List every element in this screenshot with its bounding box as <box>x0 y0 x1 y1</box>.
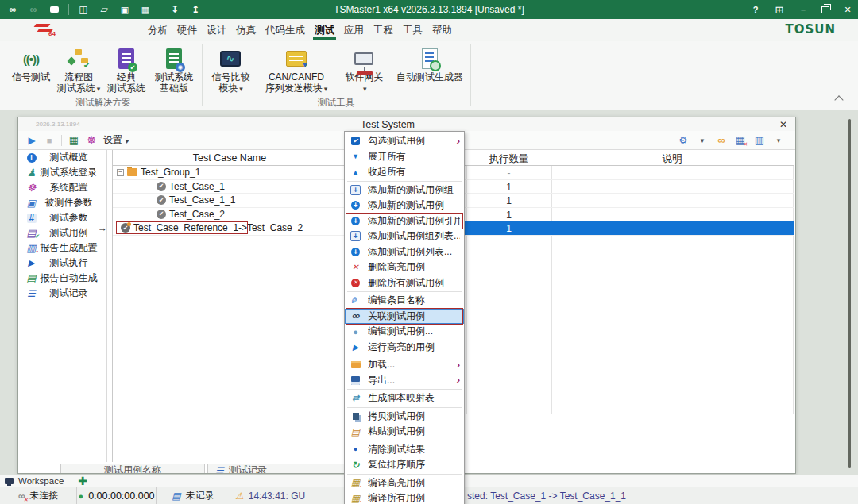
tree-item-label: Test_Group_1 <box>141 167 200 178</box>
save-icon[interactable] <box>118 3 131 16</box>
collapse-expander-icon[interactable] <box>117 169 124 176</box>
ribbon-item-software-gateway[interactable]: 软件网关 <box>336 41 392 94</box>
workspace-label[interactable]: Workspace <box>18 476 64 486</box>
header-exec-count[interactable]: 执行数量 <box>466 152 551 166</box>
open-folder-icon[interactable] <box>98 3 110 16</box>
menu-item-add-group-list[interactable]: 添加测试用例组列表... <box>345 229 464 244</box>
sidebar-item-login[interactable]: 测试系统登录 <box>18 165 106 180</box>
bottom-tab-test-case-name[interactable]: 测试用例名称 <box>60 464 205 474</box>
sidebar-item-test-records[interactable]: 测试记录 <box>18 286 106 301</box>
dropdown-arrow-icon <box>238 83 243 94</box>
sidebar-item-dut-params[interactable]: 被测件参数 <box>18 195 106 210</box>
export-icon[interactable] <box>189 3 202 16</box>
menu-item-check-test-cases[interactable]: 勾选测试用例 <box>345 133 464 149</box>
menu-item-load[interactable]: 加载... <box>345 357 464 373</box>
dropdown-arrow-icon[interactable] <box>695 133 709 148</box>
ribbon-item-signal-test[interactable]: 信号测试 <box>8 41 54 83</box>
menu-item-add-case[interactable]: 添加新的测试用例 <box>345 198 464 214</box>
dropdown-arrow-icon[interactable] <box>771 133 786 148</box>
sidebar-item-overview[interactable]: 测试概览 <box>18 150 106 165</box>
elapsed-time[interactable]: 0:00:00:00.000 <box>77 487 157 504</box>
gear-icon[interactable] <box>84 133 99 148</box>
clear-table-icon[interactable] <box>733 133 748 148</box>
ribbon-item-flowchart-test-system[interactable]: 流程图 测试系统 <box>54 41 103 94</box>
menu-application[interactable]: 应用 <box>341 19 367 41</box>
run-icon[interactable] <box>25 133 39 148</box>
record-status[interactable]: 未记录 <box>157 487 230 504</box>
menu-item-expand-all[interactable]: 展开所有 <box>345 149 464 165</box>
menu-item-add-case-list[interactable]: 添加测试用例列表... <box>345 244 464 260</box>
sidebar-item-test-cases[interactable]: 测试用例 <box>18 225 106 240</box>
menu-item-generate-script-map[interactable]: 生成脚本映射表 <box>345 391 464 406</box>
link-icon[interactable] <box>6 3 19 16</box>
menu-item-export[interactable]: 导出... <box>345 373 464 389</box>
folder-icon <box>127 168 137 176</box>
menu-item-edit-entry-name[interactable]: 编辑条目名称 <box>345 293 464 309</box>
ribbon-item-test-system-basic[interactable]: 测试系统 基础版 <box>149 41 199 94</box>
unlink-icon[interactable] <box>27 3 40 16</box>
menu-tools[interactable]: 工具 <box>400 19 426 41</box>
menu-item-delete-all[interactable]: 删除所有测试用例 <box>345 275 464 291</box>
menu-item-reset-sort-order[interactable]: 复位排序顺序 <box>345 457 464 473</box>
menu-item-delete-highlighted[interactable]: 删除高亮用例 <box>345 260 464 275</box>
tree-item-label: Test_Case_Reference_1->Test_Case_2 <box>133 222 303 233</box>
settings-button[interactable]: 设置 <box>103 133 129 147</box>
chain-link-icon[interactable] <box>714 133 729 148</box>
chat-icon[interactable] <box>48 3 60 16</box>
menu-design[interactable]: 设计 <box>203 19 230 41</box>
connection-status[interactable]: 未连接 <box>0 487 77 504</box>
menu-test[interactable]: 测试 <box>311 19 338 41</box>
sidebar-item-report-config[interactable]: 报告生成配置 <box>18 240 106 256</box>
new-file-icon[interactable] <box>77 3 90 16</box>
menu-item-add-group[interactable]: 添加新的测试用例组 <box>345 183 464 198</box>
sidebar-item-system-config[interactable]: 系统配置 <box>18 180 106 195</box>
ribbon-group-label: 测试工具 <box>205 97 467 109</box>
ribbon-item-classic-test-system[interactable]: 经典 测试系统 <box>103 41 149 94</box>
sidebar-item-report-autogen[interactable]: 报告自动生成 <box>18 271 106 286</box>
stop-icon[interactable] <box>42 133 56 148</box>
menu-item-compile-highlighted[interactable]: 编译高亮用例 <box>345 475 464 491</box>
menu-item-collapse-all[interactable]: 收起所有 <box>345 164 464 180</box>
menu-item-add-case-reference[interactable]: 添加新的测试用例引用 <box>345 214 464 229</box>
menu-item-clear-results[interactable]: 清除测试结果 <box>345 442 464 458</box>
wrench-icon[interactable] <box>676 133 690 148</box>
menu-codegen[interactable]: 代码生成 <box>262 19 308 41</box>
add-workspace-icon[interactable] <box>78 475 87 487</box>
save-as-icon[interactable] <box>139 3 152 16</box>
ribbon-collapse-icon[interactable] <box>834 95 843 104</box>
menu-item-link-test-case[interactable]: 关联测试用例 <box>345 309 464 325</box>
close-icon[interactable] <box>842 4 853 15</box>
sidebar-item-test-execution[interactable]: 测试执行 <box>18 256 106 271</box>
menu-item-compile-all[interactable]: 编译所有用例 <box>345 491 464 504</box>
script-map-icon <box>350 392 361 404</box>
export-table-icon[interactable] <box>752 133 767 148</box>
header-test-case-name[interactable]: Test Case Name <box>113 152 346 164</box>
menu-analysis[interactable]: 分析 <box>145 19 171 41</box>
menu-hardware[interactable]: 硬件 <box>174 19 200 41</box>
ribbon-item-can-canfd-sequence-module[interactable]: CAN/CANFD 序列发送模块 <box>257 41 336 94</box>
restore-icon[interactable] <box>821 6 829 13</box>
menu-simulation[interactable]: 仿真 <box>233 19 259 41</box>
help-icon[interactable] <box>750 4 761 15</box>
menu-item-paste-case[interactable]: 粘贴测试用例 <box>345 424 464 440</box>
ribbon-item-signal-compare-module[interactable]: 信号比较 模块 <box>205 41 257 94</box>
window-close-icon[interactable] <box>779 119 787 130</box>
sidebar-item-test-params[interactable]: 测试参数 <box>18 210 106 225</box>
header-description[interactable]: 说明 <box>551 152 793 166</box>
dropdown-arrow-icon <box>361 83 367 94</box>
selected-row-highlight: 1 <box>439 221 794 235</box>
clear-results-icon <box>350 444 361 456</box>
import-icon[interactable] <box>168 3 181 16</box>
menu-help[interactable]: 帮助 <box>429 19 455 41</box>
vertical-scrollbar[interactable] <box>848 119 851 468</box>
minimize-icon[interactable] <box>798 4 809 15</box>
menu-project[interactable]: 工程 <box>370 19 396 41</box>
menu-item-run-highlighted[interactable]: 运行高亮的用例 <box>345 340 464 356</box>
menu-item-copy-case[interactable]: 拷贝测试用例 <box>345 409 464 425</box>
menu-separator <box>347 407 462 408</box>
panel-icon[interactable] <box>774 4 785 15</box>
ribbon-item-auto-test-generator[interactable]: 自动测试生成器 <box>392 41 467 83</box>
menu-item-edit-test-case[interactable]: 编辑测试用例... <box>345 324 464 340</box>
excel-report-icon[interactable] <box>67 133 81 148</box>
bottom-tab-test-records[interactable]: 测试记录 <box>207 464 352 474</box>
